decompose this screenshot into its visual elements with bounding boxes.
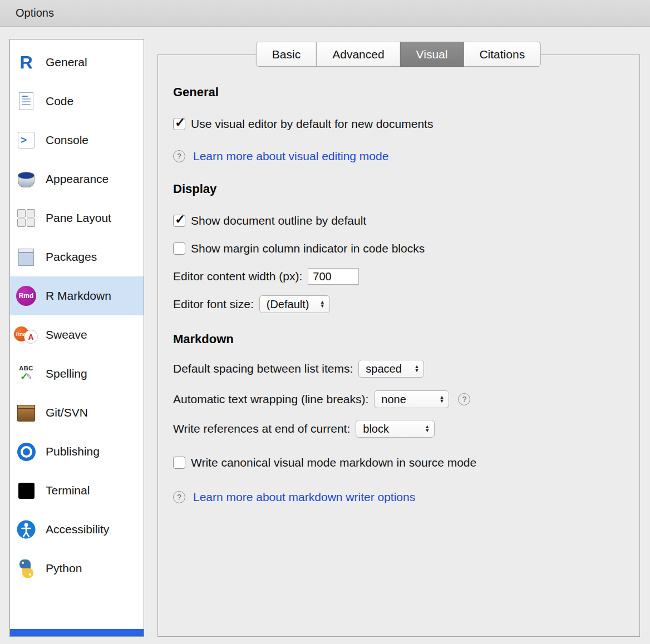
publish-icon	[10, 443, 42, 461]
show-margin-checkbox[interactable]: ✓	[173, 242, 185, 255]
sidebar-bottom-highlight	[10, 629, 144, 636]
content-width-label: Editor content width (px):	[173, 270, 302, 283]
sidebar-item-label: Publishing	[46, 445, 100, 458]
references-select[interactable]: block ▲▼	[356, 420, 435, 438]
references-label: Write references at end of current:	[173, 422, 350, 435]
r-logo-icon: R	[10, 52, 42, 73]
window-title: Options	[16, 7, 54, 19]
font-size-row: Editor font size: (Default) ▲▼	[173, 295, 330, 314]
list-spacing-label: Default spacing between list items:	[173, 362, 353, 375]
show-outline-checkbox[interactable]: ✓	[173, 215, 185, 227]
sidebar-item-label: General	[46, 56, 87, 69]
sidebar-item-label: Packages	[46, 250, 97, 264]
updown-arrows-icon: ▲▼	[439, 395, 444, 403]
font-size-label: Editor font size:	[173, 298, 254, 311]
tab-visual-label: Visual	[416, 48, 448, 61]
checkmark-icon: ✓	[175, 115, 185, 130]
sidebar-item-code[interactable]: Code	[10, 82, 144, 121]
sidebar-item-label: Pane Layout	[46, 211, 111, 225]
content-width-input[interactable]	[308, 268, 359, 285]
sidebar-item-general[interactable]: R General	[10, 43, 144, 82]
markdown-section-heading: Markdown	[173, 330, 234, 349]
sidebar-item-label: Spelling	[46, 367, 87, 380]
options-dialog: Options R General Code > Console Appeara…	[0, 0, 650, 644]
question-circle-icon[interactable]: ?	[173, 150, 185, 162]
markdown-writer-help-link[interactable]: Learn more about markdown writer options	[193, 491, 415, 504]
cardboard-box-icon	[10, 404, 42, 422]
question-circle-icon[interactable]: ?	[458, 393, 470, 405]
sidebar-item-appearance[interactable]: Appearance	[10, 160, 144, 199]
list-spacing-select[interactable]: spaced ▲▼	[358, 360, 424, 378]
paint-bucket-icon	[10, 171, 42, 187]
content-width-row: Editor content width (px):	[173, 267, 359, 286]
sidebar: R General Code > Console Appearance	[9, 39, 144, 637]
display-section-heading: Display	[173, 180, 216, 199]
canonical-markdown-checkbox[interactable]: ✓	[173, 457, 185, 469]
sidebar-item-terminal[interactable]: Terminal	[10, 471, 144, 510]
sidebar-item-label: Code	[46, 95, 73, 108]
visual-tab-panel: General ✓ Use visual editor by default f…	[157, 55, 640, 637]
tab-visual[interactable]: Visual	[400, 42, 464, 67]
sidebar-item-pane-layout[interactable]: Pane Layout	[10, 199, 144, 237]
sidebar-item-console[interactable]: > Console	[10, 121, 144, 160]
python-icon	[10, 559, 42, 578]
options-tabbar: Basic Advanced Visual Citations	[256, 42, 541, 67]
sidebar-item-label: R Markdown	[46, 289, 111, 303]
sidebar-item-label: Git/SVN	[46, 406, 88, 419]
checkmark-icon: ✓	[175, 212, 185, 227]
use-visual-editor-label: Use visual editor by default for new doc…	[191, 117, 433, 131]
sidebar-item-label: Appearance	[46, 172, 109, 186]
text-wrapping-select[interactable]: none ▲▼	[374, 390, 449, 408]
sidebar-item-label: Console	[46, 133, 88, 147]
sidebar-item-spelling[interactable]: ABC✓✎ Spelling	[10, 354, 144, 393]
list-spacing-row: Default spacing between list items: spac…	[173, 359, 424, 378]
question-circle-icon[interactable]: ?	[173, 491, 185, 503]
tab-citations[interactable]: Citations	[463, 42, 541, 67]
tab-advanced[interactable]: Advanced	[316, 42, 400, 67]
sidebar-items: R General Code > Console Appearance	[10, 43, 144, 588]
sidebar-item-label: Python	[46, 562, 82, 575]
sidebar-item-publishing[interactable]: Publishing	[10, 432, 144, 471]
visual-editing-help-row: ? Learn more about visual editing mode	[173, 147, 388, 166]
text-wrapping-value: none	[381, 393, 406, 406]
use-visual-editor-checkbox[interactable]: ✓	[173, 118, 185, 130]
show-margin-row: ✓ Show margin column indicator in code b…	[173, 239, 425, 258]
console-prompt-icon: >	[10, 132, 42, 148]
text-wrapping-row: Automatic text wrapping (line breaks): n…	[173, 390, 470, 409]
sidebar-item-label: Accessibility	[46, 523, 109, 536]
font-size-select[interactable]: (Default) ▲▼	[259, 295, 330, 313]
updown-arrows-icon: ▲▼	[414, 365, 419, 373]
window-titlebar: Options	[0, 0, 650, 27]
sweave-rnw-pdf-icon: RnwA	[10, 325, 42, 345]
tab-advanced-label: Advanced	[332, 48, 384, 61]
tab-basic-label: Basic	[272, 48, 301, 61]
list-spacing-value: spaced	[366, 363, 402, 375]
package-box-icon	[10, 248, 42, 266]
sidebar-item-label: Sweave	[46, 328, 87, 341]
rmarkdown-badge-icon: Rmd	[10, 286, 42, 306]
references-row: Write references at end of current: bloc…	[173, 419, 435, 438]
references-value: block	[363, 423, 389, 435]
sidebar-item-accessibility[interactable]: Accessibility	[10, 510, 144, 549]
show-outline-label: Show document outline by default	[191, 214, 366, 227]
sidebar-item-packages[interactable]: Packages	[10, 237, 144, 276]
sidebar-item-sweave[interactable]: RnwA Sweave	[10, 315, 144, 354]
canonical-markdown-row: ✓ Write canonical visual mode markdown i…	[173, 453, 476, 472]
font-size-value: (Default)	[267, 298, 309, 311]
visual-editing-help-link[interactable]: Learn more about visual editing mode	[193, 150, 388, 163]
updown-arrows-icon: ▲▼	[320, 300, 325, 308]
use-visual-editor-row: ✓ Use visual editor by default for new d…	[173, 115, 433, 133]
sidebar-item-git-svn[interactable]: Git/SVN	[10, 393, 144, 432]
pane-layout-icon	[10, 209, 42, 227]
show-outline-row: ✓ Show document outline by default	[173, 211, 366, 230]
spellcheck-icon: ABC✓✎	[10, 365, 42, 383]
tab-basic[interactable]: Basic	[256, 42, 317, 67]
sidebar-item-r-markdown[interactable]: Rmd R Markdown	[10, 276, 144, 315]
terminal-icon	[10, 483, 42, 499]
sidebar-item-python[interactable]: Python	[10, 549, 144, 588]
show-margin-label: Show margin column indicator in code blo…	[191, 242, 425, 255]
updown-arrows-icon: ▲▼	[425, 425, 430, 433]
sidebar-item-label: Terminal	[46, 484, 90, 497]
general-section-heading: General	[173, 83, 219, 102]
tab-citations-label: Citations	[479, 48, 525, 61]
